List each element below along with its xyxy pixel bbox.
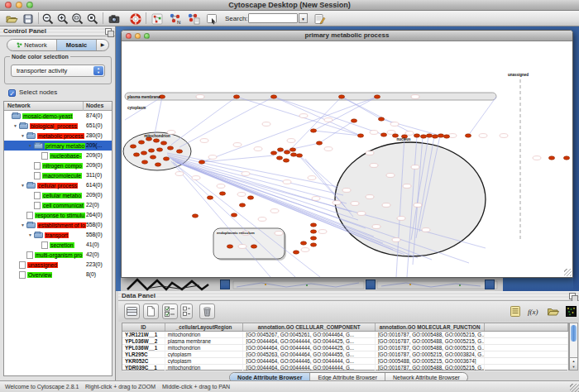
zoom-out-button[interactable] bbox=[41, 12, 55, 26]
network-node[interactable] bbox=[247, 196, 253, 199]
save-button[interactable] bbox=[22, 12, 36, 26]
network-node[interactable] bbox=[199, 160, 204, 164]
network-node[interactable] bbox=[293, 251, 299, 254]
tree-row[interactable]: ▼primary metabo209(... bbox=[4, 141, 112, 151]
network-node[interactable] bbox=[548, 156, 554, 160]
network-node[interactable] bbox=[176, 150, 182, 153]
network-node[interactable] bbox=[378, 117, 384, 121]
disclosure-triangle-icon[interactable]: ▼ bbox=[21, 131, 26, 141]
network-edge[interactable] bbox=[237, 97, 361, 136]
network-node[interactable] bbox=[231, 213, 237, 217]
table-column-header[interactable]: ID bbox=[122, 323, 165, 331]
network-node[interactable] bbox=[270, 151, 276, 155]
network-node[interactable] bbox=[374, 95, 380, 98]
frame-resize-grip[interactable] bbox=[564, 269, 572, 276]
network-node[interactable] bbox=[296, 154, 302, 157]
network-node[interactable] bbox=[420, 135, 426, 138]
network-node[interactable] bbox=[438, 134, 443, 137]
table-column-header[interactable]: _cellularLayoutRegion bbox=[165, 323, 244, 331]
network-edge[interactable] bbox=[155, 97, 162, 134]
network-canvas[interactable]: plasma membrane cytoplasm mitochondrion … bbox=[122, 41, 572, 277]
network-node[interactable] bbox=[284, 151, 290, 154]
network-node[interactable] bbox=[138, 141, 144, 144]
disclosure-triangle-icon[interactable]: ▼ bbox=[28, 230, 34, 240]
table-row[interactable]: YDR039C__1mitochondrion[GO:0044464, GO:0… bbox=[122, 365, 568, 371]
network-node[interactable] bbox=[239, 203, 245, 207]
network-node[interactable] bbox=[414, 134, 419, 137]
network-edge[interactable] bbox=[167, 153, 338, 187]
search-dropdown-arrow[interactable]: ▼ bbox=[299, 13, 308, 23]
disclosure-triangle-icon[interactable]: ▼ bbox=[28, 141, 34, 151]
network-node[interactable] bbox=[290, 148, 295, 151]
table-column-header[interactable] bbox=[485, 323, 568, 331]
vizmapper-button[interactable]: N bbox=[169, 12, 183, 26]
tree-row[interactable]: ▼nucleobase-209(0) bbox=[4, 151, 112, 160]
tree-row[interactable]: ▼macromolecule311(0) bbox=[4, 170, 112, 180]
import-attributes-button[interactable] bbox=[546, 304, 562, 319]
table-column-header[interactable]: annotation.GO CELLULAR_COMPONENT bbox=[243, 323, 375, 331]
network-node[interactable] bbox=[465, 134, 471, 137]
annotation-button[interactable] bbox=[205, 12, 219, 26]
scrollbar-thumb[interactable] bbox=[571, 325, 577, 342]
table-scrollbar[interactable]: ▲▼ bbox=[569, 323, 578, 370]
table-row[interactable]: YPL036W__1mitochondrion[GO:0044464, GO:0… bbox=[122, 345, 568, 351]
network-node[interactable] bbox=[300, 241, 306, 245]
network-view-window[interactable]: primary metabolic process plasma membran… bbox=[121, 30, 573, 278]
network-edge[interactable] bbox=[468, 97, 496, 136]
tree-row[interactable]: ▼Overview8(0) bbox=[4, 270, 112, 280]
network-node[interactable] bbox=[192, 214, 198, 218]
network-node[interactable] bbox=[155, 163, 160, 166]
network-edge[interactable] bbox=[171, 97, 237, 145]
select-nodes-checkbox[interactable]: ✓ bbox=[8, 89, 16, 97]
network-node[interactable] bbox=[443, 135, 449, 138]
tree-row[interactable]: ▼unassigned223(0) bbox=[4, 260, 112, 270]
background-window-icon[interactable] bbox=[366, 280, 376, 289]
network-node[interactable] bbox=[270, 95, 276, 98]
open-file-button[interactable] bbox=[5, 12, 19, 26]
network-node[interactable] bbox=[227, 245, 232, 248]
nucleus-region[interactable] bbox=[335, 142, 486, 256]
tree-row[interactable]: ▼transport558(0) bbox=[4, 230, 112, 240]
network-node[interactable] bbox=[130, 145, 136, 148]
network-node[interactable] bbox=[251, 245, 256, 248]
disclosure-triangle-icon[interactable]: ▼ bbox=[21, 220, 26, 230]
background-window-icon[interactable] bbox=[485, 280, 495, 289]
network-node[interactable] bbox=[310, 237, 316, 240]
attribute-matrix-button[interactable] bbox=[564, 304, 579, 319]
network-node[interactable] bbox=[351, 119, 356, 122]
table-row[interactable]: YLR295Ccytoplasm[GO:0045263, GO:0044464,… bbox=[122, 351, 568, 358]
network-node[interactable] bbox=[290, 153, 296, 156]
disclosure-triangle-icon[interactable]: ▼ bbox=[21, 180, 26, 190]
disclosure-triangle-icon[interactable]: ▼ bbox=[13, 121, 19, 131]
tab-overflow-button[interactable]: ▶ bbox=[97, 40, 108, 50]
network-node[interactable] bbox=[167, 146, 173, 150]
network-node[interactable] bbox=[310, 243, 316, 246]
network-node[interactable] bbox=[156, 148, 162, 151]
attribute-table-button[interactable] bbox=[124, 304, 140, 319]
network-view-titlebar[interactable]: primary metabolic process bbox=[122, 31, 572, 41]
network-node[interactable] bbox=[207, 196, 213, 199]
network-node[interactable] bbox=[380, 133, 386, 136]
network-node[interactable] bbox=[141, 151, 146, 155]
function-builder-button[interactable]: f(x) bbox=[527, 304, 543, 319]
tab-network[interactable]: Network bbox=[7, 40, 57, 50]
tab-mosaic[interactable]: Mosaic bbox=[57, 40, 97, 50]
tree-row[interactable]: ▼cellular metabo209(0) bbox=[4, 190, 112, 200]
network-node[interactable] bbox=[148, 149, 154, 152]
network-node[interactable] bbox=[316, 141, 322, 145]
network-edge[interactable] bbox=[342, 97, 417, 136]
network-node[interactable] bbox=[133, 153, 139, 156]
attribute-batch-editor-button[interactable] bbox=[313, 12, 327, 26]
table-row[interactable]: YKR052Ccytoplasm[GO:0044464, GO:0044446,… bbox=[122, 358, 568, 365]
network-node[interactable] bbox=[163, 157, 169, 160]
zoom-selected-button[interactable] bbox=[86, 12, 100, 26]
network-node[interactable] bbox=[338, 95, 344, 98]
search-input[interactable] bbox=[248, 13, 298, 23]
network-node[interactable] bbox=[283, 159, 289, 162]
tree-row[interactable]: ▼establishment of lo558(0) bbox=[4, 220, 112, 230]
background-windows-strip[interactable] bbox=[121, 278, 573, 291]
tree-row[interactable]: ▼multi-organism pro42(0) bbox=[4, 250, 112, 260]
network-node[interactable] bbox=[150, 155, 156, 159]
network-node[interactable] bbox=[310, 230, 316, 233]
background-window-icon[interactable] bbox=[220, 280, 230, 289]
